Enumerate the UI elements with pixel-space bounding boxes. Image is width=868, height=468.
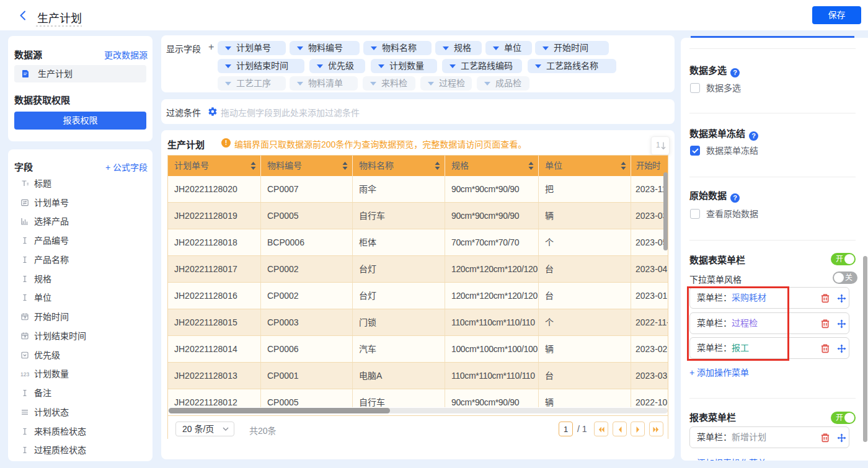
- svg-text:123: 123: [20, 371, 29, 377]
